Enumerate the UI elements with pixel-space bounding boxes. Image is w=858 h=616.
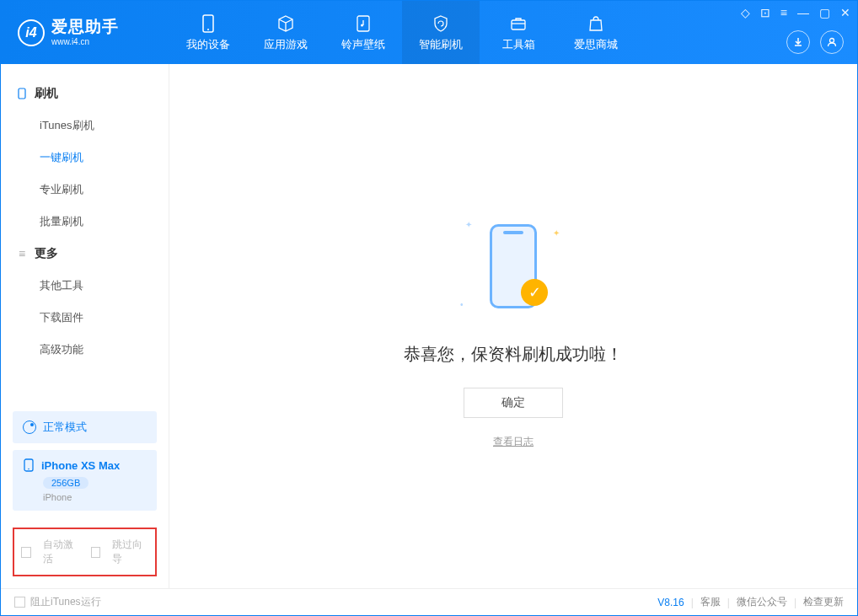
svg-point-5 [830, 39, 834, 43]
success-message: 恭喜您，保资料刷机成功啦！ [404, 343, 623, 366]
group-title: 刷机 [35, 86, 58, 101]
device-card[interactable]: iPhone XS Max 256GB iPhone [13, 450, 157, 511]
phone-small-icon [16, 88, 28, 99]
footer-block-itunes-label: 阻止iTunes运行 [30, 595, 101, 609]
download-button[interactable] [786, 30, 810, 54]
app-url: www.i4.cn [51, 37, 119, 47]
sparkle-icon: ✦ [465, 220, 472, 229]
nav-apps[interactable]: 应用游戏 [247, 1, 324, 64]
lock-icon[interactable]: ⊡ [760, 6, 770, 19]
list-icon: ≡ [16, 248, 28, 260]
toolbox-icon [508, 13, 528, 34]
cube-icon [276, 13, 296, 34]
group-title: 更多 [35, 246, 58, 261]
nav-flash[interactable]: 智能刷机 [402, 1, 480, 64]
music-file-icon [353, 13, 373, 34]
svg-point-3 [361, 24, 363, 26]
ok-button[interactable]: 确定 [464, 388, 563, 418]
skin-icon[interactable]: ◇ [741, 6, 750, 19]
main-content: ✦ ✦ • ✓ 恭喜您，保资料刷机成功啦！ 确定 查看日志 [169, 64, 857, 588]
user-icon [826, 36, 838, 48]
svg-rect-4 [512, 20, 525, 29]
device-name: iPhone XS Max [41, 459, 120, 472]
checkbox-label: 跳过向导 [112, 538, 148, 566]
nav-label: 爱思商城 [574, 37, 618, 52]
minimize-icon[interactable]: — [797, 6, 809, 19]
logo-icon: i4 [18, 19, 45, 46]
shield-refresh-icon [431, 13, 451, 34]
bag-icon [586, 13, 606, 34]
logo: i4 爱思助手 www.i4.cn [1, 1, 169, 64]
sidebar-item-advanced[interactable]: 高级功能 [1, 334, 169, 366]
nav-my-device[interactable]: 我的设备 [169, 1, 247, 64]
footer-service-link[interactable]: 客服 [700, 595, 721, 609]
mode-indicator[interactable]: 正常模式 [13, 411, 157, 443]
sparkle-icon: • [460, 300, 464, 309]
success-illustration: ✦ ✦ • ✓ [450, 203, 576, 329]
mode-label: 正常模式 [43, 420, 87, 435]
sidebar-group-flash: 刷机 [1, 78, 169, 110]
nav-store[interactable]: 爱思商城 [557, 1, 635, 64]
sparkle-icon: ✦ [553, 228, 560, 238]
svg-rect-6 [19, 88, 25, 99]
mode-icon [23, 420, 36, 434]
options-highlight-box: 自动激活 跳过向导 [13, 528, 157, 576]
nav-label: 铃声壁纸 [341, 37, 385, 52]
svg-point-1 [207, 29, 209, 30]
sidebar-item-onekey-flash[interactable]: 一键刷机 [1, 142, 169, 174]
menu-icon[interactable]: ≡ [780, 6, 787, 19]
version-label: V8.16 [657, 597, 684, 608]
phone-icon [198, 13, 218, 34]
window-controls: ◇ ⊡ ≡ — ▢ ✕ [741, 6, 850, 19]
app-name: 爱思助手 [51, 18, 119, 37]
checkbox-block-itunes[interactable] [14, 597, 25, 608]
device-capacity: 256GB [43, 477, 88, 489]
footer-update-link[interactable]: 检查更新 [803, 595, 844, 609]
nav-toolbox[interactable]: 工具箱 [480, 1, 557, 64]
nav-label: 工具箱 [502, 37, 535, 52]
sidebar-item-other-tools[interactable]: 其他工具 [1, 270, 169, 302]
nav-ringtones[interactable]: 铃声壁纸 [324, 1, 402, 64]
header: i4 爱思助手 www.i4.cn 我的设备 应用游戏 铃声壁纸 智能刷机 [1, 1, 857, 64]
checkmark-badge-icon: ✓ [521, 279, 548, 306]
nav-label: 我的设备 [186, 37, 230, 52]
sidebar: 刷机 iTunes刷机 一键刷机 专业刷机 批量刷机 ≡ 更多 其他工具 下载固… [1, 64, 169, 588]
nav-label: 智能刷机 [419, 37, 463, 52]
sidebar-item-pro-flash[interactable]: 专业刷机 [1, 174, 169, 206]
sidebar-item-batch-flash[interactable]: 批量刷机 [1, 206, 169, 238]
sidebar-item-download-firmware[interactable]: 下载固件 [1, 302, 169, 334]
view-log-link[interactable]: 查看日志 [493, 435, 534, 449]
checkbox-auto-activate[interactable] [21, 547, 31, 558]
footer-wechat-link[interactable]: 微信公众号 [737, 595, 787, 609]
sidebar-group-more: ≡ 更多 [1, 238, 169, 270]
checkbox-label: 自动激活 [43, 538, 79, 566]
top-nav: 我的设备 应用游戏 铃声壁纸 智能刷机 工具箱 爱思商城 [169, 1, 635, 64]
device-type: iPhone [43, 492, 147, 502]
sidebar-item-itunes-flash[interactable]: iTunes刷机 [1, 110, 169, 142]
download-icon [792, 36, 804, 48]
device-phone-icon [23, 458, 35, 472]
close-icon[interactable]: ✕ [840, 6, 850, 19]
user-button[interactable] [820, 30, 844, 54]
maximize-icon[interactable]: ▢ [819, 6, 830, 19]
nav-label: 应用游戏 [264, 37, 308, 52]
checkbox-skip-guide[interactable] [91, 547, 101, 558]
footer: 阻止iTunes运行 V8.16 | 客服 | 微信公众号 | 检查更新 [1, 588, 857, 615]
svg-point-8 [28, 469, 29, 470]
